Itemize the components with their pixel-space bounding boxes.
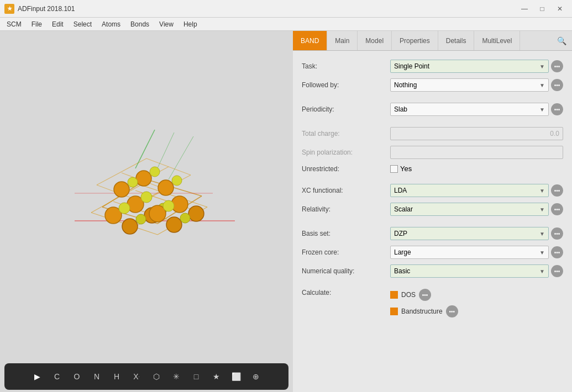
svg-point-29 [180,213,190,223]
tool-ring[interactable]: ⬡ [149,369,164,384]
unrestricted-checkbox-label: Yes [400,165,412,173]
total-charge-input[interactable] [390,127,563,140]
tab-multilevel[interactable]: MultiLevel [474,31,520,50]
menu-help[interactable]: Help [179,19,202,29]
form-area: Task: Single Point ▼ ••• Followed by: No… [293,51,572,392]
relativity-row: Relativity: Scalar ▼ ••• [302,203,563,216]
relativity-more-button[interactable]: ••• [551,203,563,215]
svg-point-38 [136,171,151,186]
calculate-dos-label: DOS [401,291,416,299]
basis-set-label: Basis set: [302,230,390,237]
tab-details[interactable]: Details [438,31,475,50]
svg-line-22 [169,136,193,179]
menu-view[interactable]: View [155,19,178,29]
tool-snowflake[interactable]: ✳ [169,369,184,384]
periodicity-more-button[interactable]: ••• [551,103,563,115]
spin-polarization-row: Spin polarization: [302,146,563,159]
numerical-quality-label: Numerical quality: [302,267,390,275]
tool-star[interactable]: ★ [208,369,224,384]
tool-c[interactable]: C [49,369,65,384]
relativity-label: Relativity: [302,205,390,213]
minimize-button[interactable]: — [517,3,532,15]
menu-file[interactable]: File [27,19,46,29]
xc-functional-value: LDA [394,187,407,194]
tab-model[interactable]: Model [358,31,392,50]
followed-by-more-button[interactable]: ••• [551,79,563,91]
tool-x[interactable]: X· [129,369,144,384]
menu-scm[interactable]: SCM [2,19,26,29]
svg-point-37 [114,182,129,197]
spin-polarization-label: Spin polarization: [302,149,390,156]
basis-set-arrow: ▼ [539,231,545,237]
calculate-bandstructure-item: Bandstructure ••• [390,305,458,317]
frozen-core-dropdown[interactable]: Large ▼ [390,246,549,259]
basis-set-dropdown[interactable]: DZP ▼ [390,227,549,240]
spin-polarization-input[interactable] [390,146,563,159]
total-charge-row: Total charge: [302,127,563,140]
titlebar-left: ★ ADFinput 2018.101 [4,4,75,14]
tool-o[interactable]: O [69,369,85,384]
task-control: Single Point ▼ ••• [390,60,563,73]
calculate-label: Calculate: [302,289,390,296]
svg-point-41 [150,167,160,177]
frozen-core-control: Large ▼ ••• [390,246,563,259]
numerical-quality-dropdown[interactable]: Basic ▼ [390,264,549,278]
task-more-button[interactable]: ••• [551,60,563,72]
left-panel: ▶ C O N H X· ⬡ ✳ □ ★ ⬜ ⊕ [0,31,293,392]
periodicity-dropdown[interactable]: Slab ▼ [390,103,549,116]
right-panel: BAND Main Model Properties Details Multi… [293,31,572,392]
tool-n[interactable]: N [89,369,104,384]
calculate-dos-checkbox[interactable] [390,291,398,299]
frozen-core-more-button[interactable]: ••• [551,246,563,258]
unrestricted-checkbox[interactable] [390,165,398,173]
molecule-view [58,119,235,273]
task-dropdown[interactable]: Single Point ▼ [390,60,549,73]
svg-line-20 [135,130,155,168]
followed-by-label: Followed by: [302,81,390,89]
unrestricted-label: Unrestricted: [302,165,390,173]
periodicity-value: Slab [394,105,407,113]
separator-1 [302,97,563,103]
menu-select[interactable]: Select [69,19,96,29]
calculate-dos-more[interactable]: ••• [419,289,431,301]
periodicity-control: Slab ▼ ••• [390,103,563,116]
svg-point-35 [141,192,152,203]
separator-5 [302,283,563,289]
total-charge-control [390,127,563,140]
followed-by-value: Nothing [394,81,417,89]
menu-atoms[interactable]: Atoms [97,19,125,29]
close-button[interactable]: ✕ [552,3,568,15]
calculate-bandstructure-checkbox[interactable] [390,308,398,315]
bottom-toolbar: ▶ C O N H X· ⬡ ✳ □ ★ ⬜ ⊕ [4,363,288,390]
search-icon[interactable]: 🔍 [552,36,572,45]
relativity-control: Scalar ▼ ••• [390,203,563,216]
maximize-button[interactable]: □ [534,3,550,15]
numerical-quality-more-button[interactable]: ••• [551,265,563,277]
svg-point-40 [128,177,138,187]
svg-point-42 [172,176,182,186]
basis-set-more-button[interactable]: ••• [551,227,563,240]
followed-by-dropdown[interactable]: Nothing ▼ [390,78,549,92]
tab-band[interactable]: BAND [293,31,327,50]
task-label: Task: [302,62,390,70]
unrestricted-row: Unrestricted: Yes [302,165,563,173]
tool-select[interactable]: ▶ [29,369,45,384]
calculate-bandstructure-more[interactable]: ••• [446,305,458,317]
viewport[interactable] [0,31,293,361]
tool-square[interactable]: □ [188,369,204,384]
titlebar: ★ ADFinput 2018.101 — □ ✕ [0,0,572,18]
relativity-dropdown[interactable]: Scalar ▼ [390,203,549,216]
xc-functional-more-button[interactable]: ••• [551,184,563,197]
tab-properties[interactable]: Properties [392,31,438,50]
menubar: SCM File Edit Select Atoms Bonds View He… [0,18,572,31]
xc-functional-dropdown[interactable]: LDA ▼ [390,184,549,197]
numerical-quality-control: Basic ▼ ••• [390,264,563,278]
calculate-row: Calculate: DOS ••• Bandstructure ••• [302,289,563,320]
tool-crosshair[interactable]: ⊕ [248,369,264,384]
tab-main[interactable]: Main [327,31,358,50]
menu-edit[interactable]: Edit [48,19,68,29]
tool-frame[interactable]: ⬜ [228,369,244,384]
calculate-bandstructure-label: Bandstructure [401,308,443,315]
tool-h[interactable]: H [109,369,124,384]
menu-bonds[interactable]: Bonds [126,19,154,29]
